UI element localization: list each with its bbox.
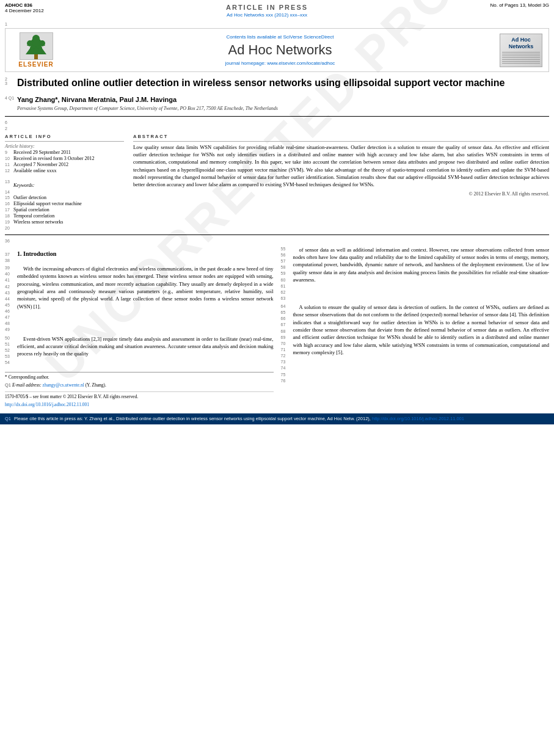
citation-bar: Q1 Please cite this article in press as:… bbox=[0, 413, 554, 425]
keyword-1: Outlier detection bbox=[13, 195, 46, 200]
accepted: Accepted 7 November 2012 bbox=[13, 162, 68, 167]
article-info-abstract: ARTICLE INFO Article history: 9Received … bbox=[5, 134, 549, 231]
article-authors: Yang Zhang*, Nirvana Meratnia, Paul J.M.… bbox=[17, 96, 177, 103]
article-title: Distributed online outlier detection in … bbox=[17, 77, 505, 90]
intro-para-right2: A solution to ensure the quality of sens… bbox=[293, 303, 550, 382]
license-line: 1570-8705/$ – see front matter © 2012 El… bbox=[5, 394, 274, 401]
keywords-label: Keywords: bbox=[13, 183, 34, 188]
abstract-divider bbox=[5, 234, 549, 235]
body-col-right: 55 56 57 58 59 60 61 62 63 of sensor dat… bbox=[281, 246, 550, 410]
copyright: © 2012 Elsevier B.V. All rights reserved… bbox=[133, 191, 549, 197]
keyword-3: Spatial correlation bbox=[13, 207, 49, 213]
section1-title: 1. Introduction bbox=[17, 250, 56, 259]
line-36: 36 bbox=[5, 239, 10, 243]
journal-header-box: ELSEVIER Contents lists available at Sci… bbox=[5, 28, 549, 72]
title-line-num-3: 3 bbox=[5, 81, 17, 85]
abstract-text: Low quality sensor data limits WSN capab… bbox=[133, 144, 549, 189]
main-content: 2 3 Distributed online outlier detection… bbox=[0, 77, 554, 410]
line-2b: 2 bbox=[5, 126, 7, 131]
email-line: Q1 E-mail address: zhangy@cs.utwente.nl … bbox=[5, 382, 274, 389]
article-id: ADHOC 836 bbox=[5, 2, 44, 8]
received-revised: Received in revised form 3 October 2012 bbox=[13, 156, 94, 161]
journal-header-center: Contents lists available at SciVerse Sci… bbox=[67, 34, 494, 66]
contents-line: Contents lists available at SciVerse Sci… bbox=[67, 34, 494, 40]
intro-para1: With the increasing advances of digital … bbox=[17, 265, 274, 332]
footnote-section: * Corresponding author. Q1 E-mail addres… bbox=[5, 372, 274, 409]
line-6: 6 bbox=[5, 120, 7, 125]
journal-homepage: journal homepage: www.elsevier.com/locat… bbox=[67, 60, 494, 66]
abstract-label: ABSTRACT bbox=[133, 134, 549, 139]
article-in-press-label: ARTICLE IN PRESS bbox=[44, 2, 490, 12]
adhoc-logo: Ad HocNetworks bbox=[500, 34, 542, 67]
doi-line: http://dx.doi.org/10.1016/j.adhoc.2012.1… bbox=[5, 402, 274, 409]
intro-para2: Event-driven WSN applications [2,3] requ… bbox=[17, 335, 274, 365]
authors-line-num: 4 Q1 bbox=[5, 96, 17, 100]
svg-point-2 bbox=[32, 35, 40, 42]
article-affiliation: Pervasive Systems Group, Department of C… bbox=[17, 106, 278, 111]
keyword-2: Ellipsoidal support vector machine bbox=[13, 201, 82, 206]
title-divider bbox=[5, 116, 549, 117]
article-info-label: ARTICLE INFO bbox=[5, 134, 124, 139]
article-date: 4 December 2012 bbox=[5, 8, 44, 13]
body-col-left: 37 38 1. Introduction 39 40 41 42 43 44 … bbox=[5, 246, 274, 410]
elsevier-logo: ELSEVIER bbox=[12, 32, 60, 68]
no-of-pages: No. of Pages 13, Model 3G bbox=[490, 2, 550, 8]
intro-para-right1: of sensor data as well as additional inf… bbox=[293, 246, 550, 300]
page-line-1: 1 bbox=[5, 22, 7, 26]
journal-title: Ad Hoc Networks bbox=[67, 42, 494, 58]
title-line-num-2: 2 bbox=[5, 77, 17, 81]
article-info-col: ARTICLE INFO Article history: 9Received … bbox=[5, 134, 127, 231]
available: Available online xxxx bbox=[13, 168, 57, 173]
intro-section: 37 38 1. Introduction 39 40 41 42 43 44 … bbox=[5, 246, 549, 410]
keyword-5: Wireless sensor networks bbox=[13, 219, 63, 225]
corresponding-author: * Corresponding author. bbox=[5, 374, 274, 381]
received-1: Received 29 September 2011 bbox=[13, 150, 71, 155]
svg-point-7 bbox=[33, 48, 39, 54]
elsevier-tree-image bbox=[20, 32, 53, 60]
article-history-label: Article history: bbox=[5, 144, 124, 149]
journal-ref: Ad Hoc Networks xxx (2012) xxx–xxx bbox=[44, 12, 490, 18]
abstract-col: ABSTRACT Low quality sensor data limits … bbox=[133, 134, 549, 231]
elsevier-text: ELSEVIER bbox=[18, 61, 53, 68]
keyword-4: Temporal correlation bbox=[13, 213, 54, 219]
